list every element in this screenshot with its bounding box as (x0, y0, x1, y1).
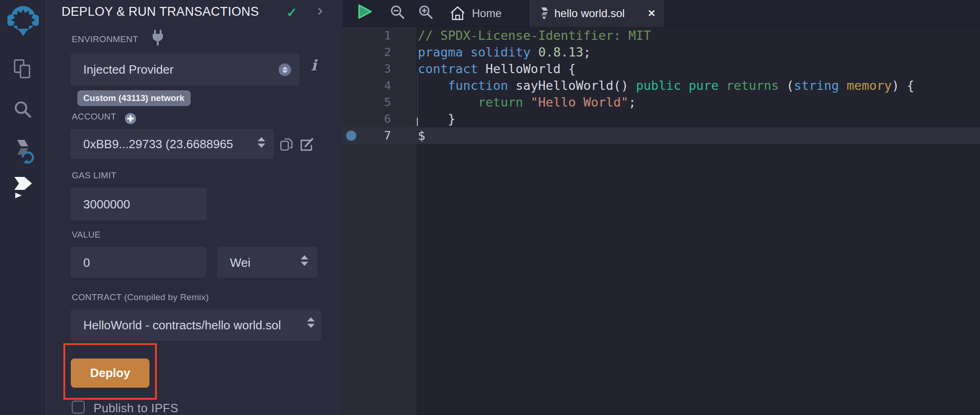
contract-value: HelloWorld - contracts/hello world.sol (83, 318, 281, 333)
value-label: VALUE (72, 230, 100, 240)
network-badge: Custom (43113) network (77, 90, 191, 106)
value-amount: 0 (83, 255, 90, 270)
account-select[interactable]: 0xBB9...29733 (23.6688965 (70, 129, 274, 159)
compile-check-icon: ✓ (286, 5, 297, 20)
environment-info-icon[interactable]: i (311, 57, 316, 74)
environment-label: ENVIRONMENT (72, 34, 138, 44)
zoom-in-icon[interactable] (418, 4, 434, 20)
line-number: 5 (342, 94, 391, 111)
collapse-chevron-icon[interactable]: › (317, 1, 323, 19)
line-number: 7 (342, 127, 391, 144)
file-explorer-icon[interactable] (0, 58, 46, 80)
code-line[interactable]: // SPDX-License-Identifier: MIT (418, 27, 651, 44)
line-number: 1 (342, 27, 391, 44)
solidity-compiler-icon[interactable] (0, 137, 46, 166)
add-account-icon[interactable] (124, 113, 136, 125)
tab-label: hello world.sol (554, 7, 625, 20)
publish-ipfs-checkbox[interactable] (72, 401, 85, 414)
tab-close-icon[interactable]: ✕ (647, 8, 656, 19)
value-unit: Wei (230, 255, 250, 270)
code-line[interactable]: pragma solidity 0.8.13; (418, 44, 591, 61)
home-icon (449, 5, 466, 22)
search-icon[interactable] (0, 99, 46, 120)
code-line[interactable]: contract HelloWorld { (418, 61, 576, 77)
environment-value: Injected Provider (83, 63, 174, 77)
tab-home[interactable]: Home (449, 0, 502, 27)
account-value: 0xBB9...29733 (23.6688965 (83, 137, 233, 151)
account-spinner-icon[interactable] (258, 137, 265, 148)
current-line-highlight (342, 127, 980, 144)
deploy-run-panel: DEPLOY & RUN TRANSACTIONS ✓ › ENVIRONMEN… (46, 0, 342, 415)
contract-label: CONTRACT (Compiled by Remix) (72, 292, 209, 302)
tab-hello-world-sol[interactable]: hello world.sol ✕ (530, 0, 664, 27)
zoom-out-icon[interactable] (390, 4, 405, 20)
publish-ipfs-label[interactable]: Publish to IPFS (93, 401, 179, 415)
copy-account-icon[interactable] (279, 138, 293, 151)
code-editor: 1234567 // SPDX-License-Identifier: MITp… (342, 0, 980, 415)
value-input[interactable]: 0 (70, 247, 206, 278)
remix-ide-window: DEPLOY & RUN TRANSACTIONS ✓ › ENVIRONMEN… (0, 0, 980, 415)
deploy-run-icon[interactable] (0, 174, 46, 198)
unit-spinner-icon[interactable] (301, 255, 308, 266)
code-line[interactable]: function sayHelloWorld() public pure ret… (418, 77, 914, 94)
line-number: 6 (342, 111, 391, 127)
plug-icon (151, 30, 164, 46)
remix-logo[interactable] (0, 4, 46, 37)
icon-panel (0, 0, 46, 415)
gas-limit-input[interactable]: 3000000 (70, 188, 207, 220)
code-line[interactable]: $ (418, 127, 425, 144)
account-label: ACCOUNT (72, 112, 116, 122)
line-number: 2 (342, 44, 391, 61)
code-line[interactable]: return "Hello World"; (418, 94, 636, 111)
environment-select[interactable]: Injected Provider (70, 53, 299, 86)
panel-title: DEPLOY & RUN TRANSACTIONS (62, 5, 259, 19)
contract-spinner-icon[interactable] (307, 317, 315, 328)
line-number: 3 (342, 61, 391, 77)
environment-dropdown-icon[interactable] (279, 63, 291, 76)
tab-home-label: Home (472, 7, 502, 20)
solidity-file-icon (539, 6, 550, 20)
contract-sublabel: (Compiled by Remix) (124, 292, 209, 302)
deploy-button[interactable]: Deploy (71, 358, 149, 388)
line-number: 4 (342, 77, 391, 94)
editor-tab-bar: Home hello world.sol ✕ (342, 0, 980, 27)
contract-select[interactable]: HelloWorld - contracts/hello world.sol (70, 309, 321, 341)
sign-message-icon[interactable] (299, 138, 314, 151)
gas-limit-value: 3000000 (83, 197, 130, 211)
run-script-icon[interactable] (358, 4, 372, 19)
gas-limit-label: GAS LIMIT (72, 170, 117, 181)
code-line[interactable]: } (418, 111, 455, 127)
